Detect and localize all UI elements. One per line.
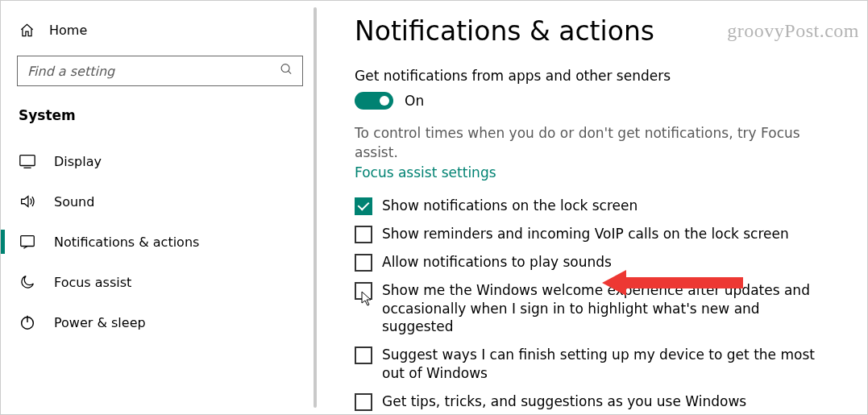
checkbox-tips-tricks[interactable]: Get tips, tricks, and suggestions as you…	[355, 392, 832, 411]
sidebar-item-notifications[interactable]: Notifications & actions	[1, 222, 319, 262]
focus-assist-hint: To control times when you do or don't ge…	[355, 124, 832, 163]
checkbox-icon	[355, 254, 372, 272]
checkbox-play-sounds[interactable]: Allow notifications to play sounds	[355, 253, 832, 272]
search-input[interactable]	[17, 56, 303, 86]
sidebar-item-label: Focus assist	[54, 275, 131, 290]
moon-icon	[19, 273, 36, 291]
checkbox-reminders-voip[interactable]: Show reminders and incoming VoIP calls o…	[355, 225, 832, 243]
checkbox-lock-screen-notifications[interactable]: Show notifications on the lock screen	[355, 197, 832, 215]
checkbox-label: Show me the Windows welcome experience a…	[382, 281, 832, 337]
search-box	[17, 56, 303, 86]
sound-icon	[19, 193, 36, 210]
svg-rect-2	[20, 156, 35, 166]
power-icon	[19, 313, 36, 331]
sidebar-item-display[interactable]: Display	[1, 141, 319, 181]
notifications-icon	[19, 233, 36, 251]
checkbox-setup-suggestions[interactable]: Suggest ways I can finish setting up my …	[355, 346, 832, 383]
sidebar-item-label: Display	[54, 154, 102, 169]
checkbox-icon	[355, 282, 372, 300]
focus-assist-link[interactable]: Focus assist settings	[355, 164, 496, 181]
checkbox-label: Get tips, tricks, and suggestions as you…	[382, 392, 746, 411]
checkbox-label: Show reminders and incoming VoIP calls o…	[382, 225, 789, 243]
checkbox-icon	[355, 347, 372, 364]
notifications-toggle[interactable]	[355, 92, 393, 110]
toggle-heading: Get notifications from apps and other se…	[355, 68, 832, 84]
scrollbar[interactable]	[314, 7, 317, 408]
sidebar-item-power-sleep[interactable]: Power & sleep	[1, 302, 319, 342]
checkbox-label: Allow notifications to play sounds	[382, 253, 612, 272]
home-button[interactable]: Home	[1, 17, 319, 51]
sidebar-item-label: Sound	[54, 194, 94, 210]
sidebar-item-sound[interactable]: Sound	[1, 181, 319, 222]
section-title: System	[1, 101, 319, 141]
checkbox-welcome-experience[interactable]: Show me the Windows welcome experience a…	[355, 281, 832, 337]
sidebar-item-label: Power & sleep	[54, 315, 146, 330]
display-icon	[19, 152, 36, 170]
main-content: groovyPost.com Notifications & actions G…	[319, 1, 867, 414]
checkbox-icon	[355, 226, 372, 243]
sidebar: Home System Display	[1, 1, 319, 414]
checkbox-icon	[355, 393, 372, 411]
watermark: groovyPost.com	[727, 20, 859, 42]
toggle-state-label: On	[405, 93, 424, 109]
home-label: Home	[49, 23, 87, 38]
checkbox-label: Suggest ways I can finish setting up my …	[382, 346, 832, 383]
svg-rect-4	[21, 236, 35, 247]
sidebar-item-label: Notifications & actions	[54, 234, 199, 250]
home-icon	[19, 22, 35, 38]
checkbox-label: Show notifications on the lock screen	[382, 197, 638, 215]
checkbox-icon	[355, 197, 372, 215]
sidebar-item-focus-assist[interactable]: Focus assist	[1, 262, 319, 302]
